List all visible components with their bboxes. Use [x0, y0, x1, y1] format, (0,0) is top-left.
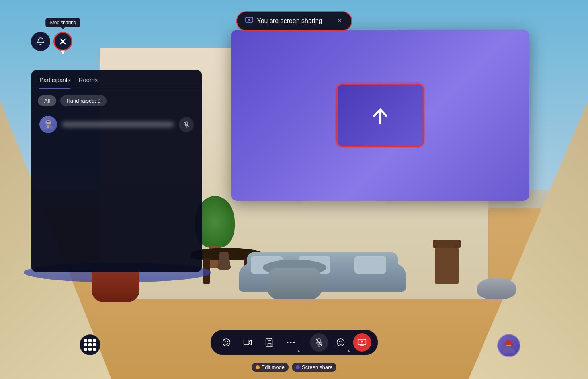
svg-point-14: [293, 342, 295, 343]
banner-text: You are screen sharing: [257, 17, 322, 25]
svg-point-10: [227, 341, 228, 342]
screen-share-button[interactable]: [353, 333, 371, 352]
panel-content: All Hand raised: 0: [31, 95, 202, 136]
svg-point-9: [225, 341, 225, 342]
side-table: [433, 240, 461, 284]
ottoman: [263, 260, 326, 299]
screen-sharing-banner: You are screen sharing ×: [236, 11, 352, 31]
more-options-button[interactable]: ▲: [281, 333, 300, 352]
banner-left: You are screen sharing: [245, 17, 322, 25]
more-options-arrow-icon: ▲: [297, 348, 301, 352]
stop-sharing-tooltip: Stop sharing: [45, 18, 80, 27]
top-left-toolbar: Stop sharing ▼: [31, 32, 72, 51]
stop-sharing-button[interactable]: Stop sharing ▼: [53, 32, 72, 51]
bottom-toolbar: ▲ ▲: [210, 330, 378, 355]
emoji-arrow-icon: ▲: [347, 348, 350, 352]
upload-arrow-icon: [366, 101, 394, 129]
svg-point-18: [337, 339, 344, 346]
user-avatar-button[interactable]: [497, 334, 520, 357]
svg-point-12: [287, 342, 288, 343]
save-button[interactable]: [260, 333, 278, 352]
svg-rect-23: [504, 343, 514, 345]
edit-mode-label: Edit mode: [262, 364, 285, 370]
tab-rooms[interactable]: Rooms: [78, 76, 98, 89]
microphone-button[interactable]: [310, 333, 328, 352]
grid-dots-icon: [84, 339, 96, 351]
edit-mode-dot: [256, 365, 260, 369]
virtual-screen: [231, 30, 529, 201]
plant-vase: [217, 252, 231, 276]
screen-share-dot: [296, 365, 300, 369]
reactions-button[interactable]: [217, 333, 235, 352]
screen-share-badge[interactable]: Screen share: [292, 363, 336, 372]
svg-rect-11: [244, 340, 249, 345]
edit-mode-badge[interactable]: Edit mode: [252, 363, 289, 372]
svg-point-13: [290, 342, 291, 343]
filter-hand-raised-button[interactable]: Hand raised: 0: [60, 95, 107, 106]
mute-participant-button[interactable]: [179, 117, 194, 132]
rock: [477, 278, 516, 299]
participant-avatar: [39, 116, 57, 133]
emoji-button[interactable]: ▲: [331, 333, 350, 352]
panel-tabs: Participants Rooms: [31, 70, 202, 89]
panel-stand: [92, 270, 139, 302]
screen-share-upload-area[interactable]: [336, 84, 424, 147]
notifications-button[interactable]: [31, 32, 50, 51]
status-bar: Edit mode Screen share: [252, 363, 337, 372]
screen-share-label: Screen share: [302, 364, 332, 370]
banner-close-button[interactable]: ×: [336, 17, 343, 25]
toolbar-separator: [305, 336, 305, 348]
grid-apps-button[interactable]: [80, 334, 100, 355]
screen-icon: [245, 17, 253, 25]
svg-point-19: [339, 341, 340, 342]
camera-button[interactable]: [238, 333, 257, 352]
filter-row: All Hand raised: 0: [38, 95, 195, 106]
toolbar-arrow-indicator: ▼: [59, 48, 67, 57]
participant-name: [62, 122, 174, 127]
tab-participants[interactable]: Participants: [39, 76, 70, 89]
filter-all-button[interactable]: All: [38, 95, 56, 106]
svg-rect-4: [47, 125, 49, 128]
participant-item: [38, 113, 195, 136]
participants-panel: Participants Rooms All Hand raised: 0: [31, 70, 202, 272]
svg-point-20: [341, 341, 342, 342]
